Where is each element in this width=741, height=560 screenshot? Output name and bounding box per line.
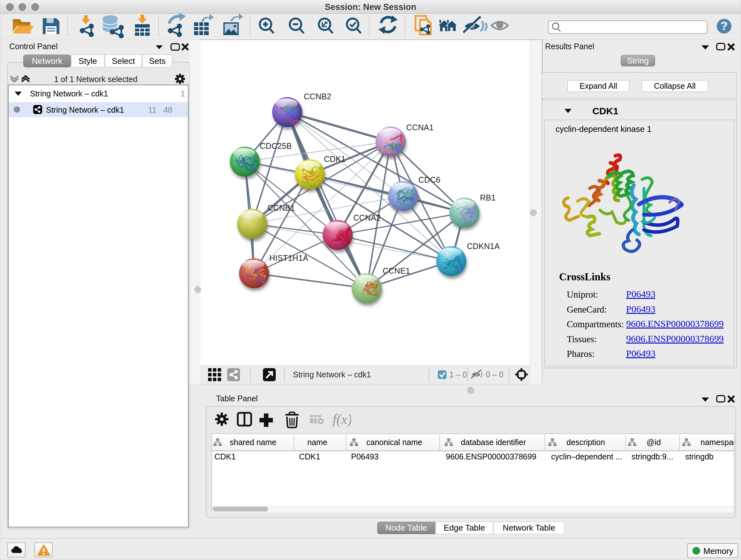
svg-text:namespace: namespace [700, 438, 734, 447]
svg-text:stringdb: stringdb [685, 452, 714, 461]
svg-text:CDK1: CDK1 [214, 452, 236, 461]
svg-text:HIST1H1A: HIST1H1A [269, 253, 308, 262]
svg-text:stringdb:9...: stringdb:9... [631, 452, 673, 461]
svg-text:CDC6: CDC6 [418, 175, 441, 184]
svg-text:CDKN1A: CDKN1A [467, 242, 500, 251]
svg-text:P06493: P06493 [351, 452, 379, 461]
svg-text:String Network – cdk1: String Network – cdk1 [293, 370, 371, 379]
svg-text:CDK1: CDK1 [299, 452, 320, 461]
svg-text:f(x): f(x) [333, 412, 351, 427]
svg-text:CCNE1: CCNE1 [383, 266, 410, 275]
svg-text:shared name: shared name [230, 438, 276, 447]
svg-text:9606.ENSP00000378699: 9606.ENSP00000378699 [446, 452, 536, 461]
svg-text:name: name [307, 438, 327, 447]
svg-text:0 – 0: 0 – 0 [486, 370, 503, 379]
svg-text:CCNA1: CCNA1 [406, 123, 434, 132]
svg-text:?: ? [721, 19, 728, 33]
svg-text:CDC25B: CDC25B [260, 141, 292, 150]
svg-text:database identifier: database identifier [461, 438, 526, 447]
svg-text:@id: @id [647, 438, 661, 447]
svg-text:canonical name: canonical name [366, 438, 422, 447]
svg-text:cyclin–dependent ...: cyclin–dependent ... [551, 452, 622, 461]
svg-text:description: description [566, 438, 605, 447]
svg-text:CCNA2: CCNA2 [353, 213, 381, 222]
svg-text:1 – 0: 1 – 0 [449, 370, 467, 379]
svg-text:CCNB2: CCNB2 [304, 92, 331, 101]
svg-text:CDK1: CDK1 [324, 154, 346, 164]
svg-text:CCNB1: CCNB1 [267, 203, 295, 212]
svg-text:RB1: RB1 [480, 193, 496, 202]
